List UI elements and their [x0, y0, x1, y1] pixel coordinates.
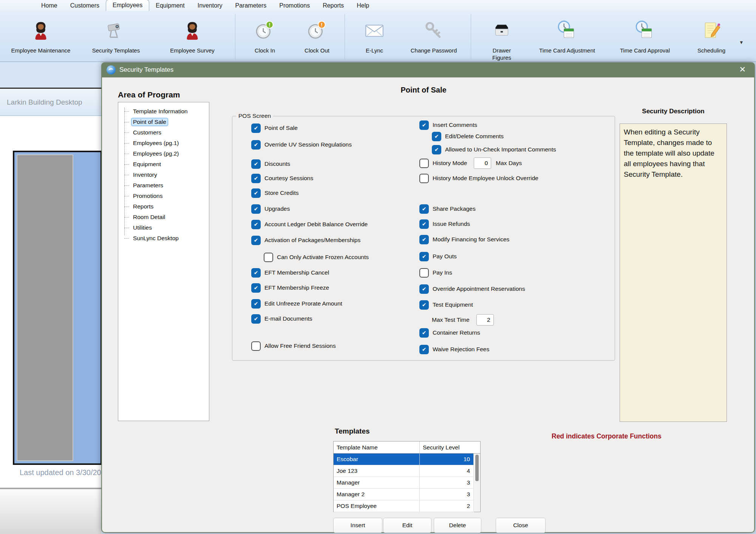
checkbox-allowed-to-un-check-important-comments[interactable]	[432, 145, 441, 154]
toolbar-time-card-approval[interactable]: Time Card Approval	[607, 15, 683, 62]
checkbox-override-appointment-reservations[interactable]	[419, 284, 429, 294]
time-card-icon	[557, 15, 578, 46]
checkbox-container-returns[interactable]	[419, 328, 429, 338]
column-security-level[interactable]: Security Level	[420, 444, 480, 451]
tab-promotions[interactable]: Promotions	[273, 0, 316, 11]
checkbox-discounts[interactable]	[251, 159, 261, 169]
label-waive-rejection-fees: Waive Rejection Fees	[433, 346, 489, 353]
tree-item-employees-pg-1[interactable]: Employees (pg.1)	[124, 138, 209, 148]
checkbox-account-ledger-debit-balance-override[interactable]	[251, 220, 261, 229]
label-insert-comments: Insert Comments	[433, 122, 477, 128]
dialog-titlebar[interactable]: Security Templates ✕	[101, 62, 755, 77]
row-upgrades: Upgrades	[251, 204, 414, 214]
row-e-mail-documents: E-mail Documents	[251, 313, 414, 324]
history-mode-input[interactable]	[474, 157, 491, 169]
tree-item-promotions[interactable]: Promotions	[124, 191, 209, 201]
template-row-manager[interactable]: Manager3	[334, 477, 474, 489]
security-description-box: When editing a Security Template, change…	[620, 123, 727, 422]
checkbox-upgrades[interactable]	[251, 204, 261, 214]
edit-button[interactable]: Edit	[383, 518, 431, 533]
checkbox-store-credits[interactable]	[251, 188, 261, 198]
checkbox-eft-membership-freeze[interactable]	[251, 283, 261, 293]
tab-help[interactable]: Help	[350, 0, 376, 11]
tree-connector	[124, 143, 129, 144]
label-max-test-time: Max Test Time	[432, 316, 470, 323]
template-row-joe-123[interactable]: Joe 1234	[334, 465, 474, 477]
tree-item-template-information[interactable]: Template Information	[124, 106, 209, 117]
tab-reports[interactable]: Reports	[316, 0, 350, 11]
background-fill	[0, 62, 101, 88]
checkbox-override-uv-session-regulations[interactable]	[251, 140, 261, 150]
tree-connector	[124, 185, 129, 186]
toolbar-clock-out[interactable]: !Clock Out	[297, 15, 337, 62]
ribbon-overflow-arrow-icon[interactable]: ▾	[740, 39, 743, 46]
close-icon[interactable]: ✕	[739, 65, 746, 74]
tree-item-label: Parameters	[131, 182, 165, 189]
toolbar-change-password[interactable]: Change Password	[402, 15, 465, 62]
close-button[interactable]: Close	[496, 518, 546, 533]
tab-equipment[interactable]: Equipment	[149, 0, 191, 11]
tab-home[interactable]: Home	[35, 0, 64, 11]
tree-item-inventory[interactable]: Inventory	[124, 170, 209, 180]
checkbox-test-equipment[interactable]	[419, 300, 429, 310]
column-template-name[interactable]: Template Name	[334, 441, 420, 453]
checkbox-modify-financing-for-services[interactable]	[419, 235, 429, 244]
templates-heading: Templates	[335, 427, 370, 435]
tree-item-reports[interactable]: Reports	[124, 201, 209, 212]
toolbar-employee-maintenance[interactable]: Employee Maintenance	[1, 15, 81, 62]
tree-item-parameters[interactable]: Parameters	[124, 180, 209, 191]
checkbox-point-of-sale[interactable]	[251, 123, 261, 133]
toolbar-e-lync[interactable]: E-Lync	[355, 15, 394, 62]
tab-employees[interactable]: Employees	[106, 0, 149, 11]
checkbox-waive-rejection-fees[interactable]	[419, 345, 429, 354]
tree-item-employees-pg-2[interactable]: Employees (pg.2)	[124, 148, 209, 159]
checkbox-e-mail-documents[interactable]	[251, 314, 261, 324]
scrollbar-thumb[interactable]	[475, 455, 479, 481]
corporate-note: Red indicates Corporate Functions	[552, 432, 662, 440]
clock-out-icon: !	[306, 15, 328, 46]
tab-customers[interactable]: Customers	[64, 0, 106, 11]
toolbar-drawer-figures[interactable]: Drawer Figures	[484, 15, 519, 62]
tree-item-sunlync-desktop[interactable]: SunLync Desktop	[124, 233, 209, 244]
checkbox-can-only-activate-frozen-accounts[interactable]	[264, 253, 273, 262]
tab-parameters[interactable]: Parameters	[229, 0, 273, 11]
template-row-escobar[interactable]: Escobar10	[334, 454, 474, 465]
checkbox-courtesy-sessions[interactable]	[251, 174, 261, 183]
checkbox-pay-outs[interactable]	[419, 252, 429, 261]
checkbox-edit-unfreeze-prorate-amount[interactable]	[251, 299, 261, 309]
row-modify-financing-for-services: Modify Financing for Services	[419, 234, 601, 245]
checkbox-issue-refunds[interactable]	[419, 219, 429, 229]
max-test-time-input[interactable]	[476, 314, 494, 326]
checkbox-eft-membership-cancel[interactable]	[251, 268, 261, 278]
insert-button[interactable]: Insert	[333, 518, 382, 533]
checkbox-activation-of-packages-memberships[interactable]	[251, 236, 261, 245]
checkbox-history-mode-employee-unlock-override[interactable]	[419, 174, 429, 183]
delete-button[interactable]: Delete	[434, 518, 481, 533]
toolbar-label: Change Password	[411, 47, 457, 54]
template-name: Escobar	[334, 454, 420, 465]
template-row-pos-employee[interactable]: POS Employee2	[334, 500, 474, 512]
checkbox-allow-free-friend-sessions[interactable]	[251, 341, 261, 351]
tree-item-equipment[interactable]: Equipment	[124, 159, 209, 170]
tab-inventory[interactable]: Inventory	[191, 0, 229, 11]
toolbar-scheduling[interactable]: Scheduling	[688, 15, 735, 62]
row-can-only-activate-frozen-accounts: Can Only Activate Frozen Accounts	[264, 252, 414, 262]
label-history-mode: History Mode	[433, 160, 467, 167]
template-row-manager-2[interactable]: Manager 23	[334, 489, 474, 500]
tree-item-customers[interactable]: Customers	[124, 127, 209, 138]
label-eft-membership-freeze: EFT Membership Freeze	[264, 284, 329, 291]
checkbox-history-mode[interactable]	[419, 159, 429, 168]
templates-scrollbar[interactable]	[473, 454, 480, 511]
checkbox-pay-ins[interactable]	[419, 268, 429, 278]
tree-item-utilities[interactable]: Utilities	[124, 222, 209, 233]
toolbar-security-templates[interactable]: Security Templates	[82, 15, 150, 62]
checkbox-share-packages[interactable]	[419, 204, 429, 214]
checkbox-edit-delete-comments[interactable]	[432, 132, 441, 141]
toolbar-employee-survey[interactable]: Employee Survey	[159, 15, 226, 62]
checkbox-insert-comments[interactable]	[419, 120, 429, 130]
tree-item-room-detail[interactable]: Room Detail	[124, 212, 209, 222]
tree-item-label: Point of Sale	[131, 118, 168, 126]
toolbar-time-card-adjustment[interactable]: Time Card Adjustment	[527, 15, 607, 62]
tree-item-point-of-sale[interactable]: Point of Sale	[124, 117, 209, 127]
toolbar-clock-in[interactable]: !Clock In	[245, 15, 285, 62]
